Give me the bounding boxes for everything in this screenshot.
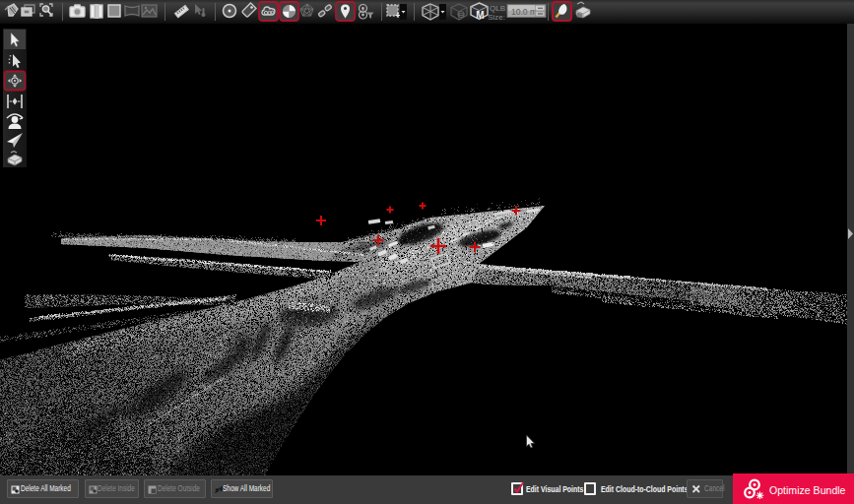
svg-text:QLB: QLB	[490, 4, 505, 13]
svg-text:Size:: Size:	[488, 13, 505, 22]
svg-text:M: M	[476, 10, 484, 21]
svg-text:10.0 m: 10.0 m	[511, 7, 537, 17]
svg-text:Optimize Bundle: Optimize Bundle	[769, 483, 845, 495]
